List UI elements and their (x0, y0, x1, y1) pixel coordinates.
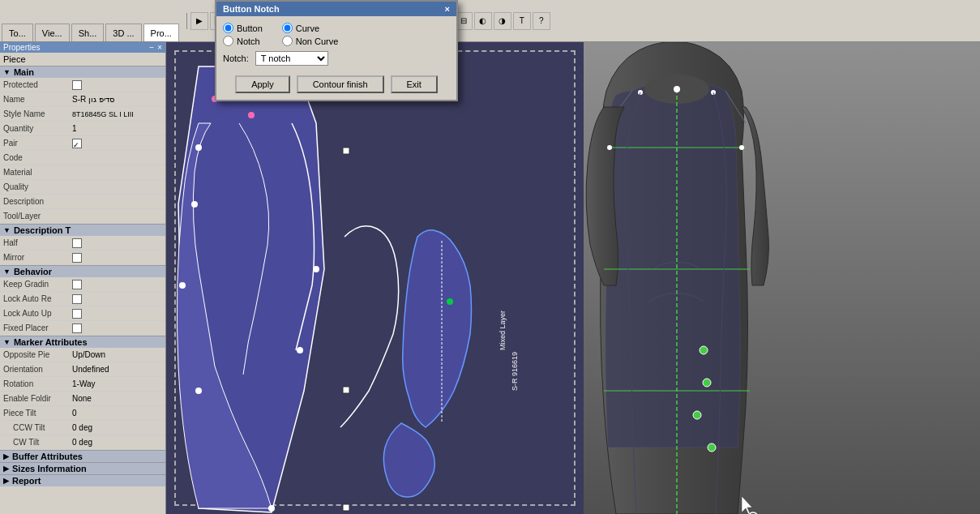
prop-label-protected: Protected (3, 80, 72, 89)
buffer-section-header[interactable]: ▶ Buffer Attributes (0, 450, 165, 462)
report-section-header[interactable]: ▶ Report (0, 474, 165, 486)
control-point-pink[interactable] (248, 112, 255, 118)
control-point[interactable] (195, 388, 202, 394)
prop-label-oppositepie: Opposite Pie (3, 350, 72, 359)
radio-curve[interactable] (282, 23, 293, 33)
exit-button[interactable]: Exit (391, 75, 438, 93)
notch-select[interactable]: T notch (255, 51, 328, 66)
prop-row-material: Material (0, 165, 165, 180)
main-canvas: Mixed Layer S-R 91 (166, 42, 980, 514)
prop-label-stylename: Style Name (3, 109, 72, 118)
marker-collapse-icon: ▼ (3, 338, 11, 346)
prop-row-lockautore: Lock Auto Re (0, 292, 165, 306)
toolbar-icon-help[interactable]: ? (533, 12, 550, 30)
pattern-svg[interactable]: Mixed Layer S-R 91 (166, 42, 584, 514)
curve-group: Curve Non Curve (282, 23, 339, 46)
sizes-section-label: Sizes Information (12, 464, 87, 473)
radio-noncurve[interactable] (282, 36, 293, 46)
report-collapse-icon: ▶ (3, 477, 9, 485)
sizes-collapse-icon: ▶ (3, 465, 9, 473)
toolbar-icon-half-left[interactable]: ◐ (474, 12, 492, 30)
contour-finish-button[interactable]: Contour finish (297, 75, 384, 93)
green-ctrl-4 (708, 443, 716, 452)
tab-to[interactable]: To... (2, 24, 33, 41)
prop-value-cwtilt: 0 deg (72, 438, 162, 447)
prop-label-enablefoldir: Enable Foldir (3, 394, 72, 403)
dialog-close-icon[interactable]: × (445, 4, 450, 14)
radio-item-button[interactable]: Button (223, 23, 263, 33)
pattern-small-piece[interactable] (383, 423, 434, 497)
back-piece-label: Mixed Layer (499, 311, 507, 350)
tab-pro[interactable]: Pro... (143, 24, 179, 41)
sizes-section-header[interactable]: ▶ Sizes Information (0, 462, 165, 474)
control-point[interactable] (191, 201, 198, 208)
corner-marker (343, 387, 349, 393)
prop-row-half: Half (0, 236, 165, 251)
dialog-body: Button Notch Curve Non Curve (216, 16, 456, 72)
descriptiont-section-label: Description T (14, 225, 71, 235)
prop-checkbox-fixedplacer[interactable] (72, 323, 82, 333)
buffer-collapse-icon: ▶ (3, 452, 9, 460)
control-point[interactable] (297, 347, 303, 353)
main-section-header[interactable]: ▼ Main (0, 66, 165, 78)
behavior-section-header[interactable]: ▼ Behavior (0, 265, 165, 277)
prop-row-enablefoldir: Enable Foldir None (0, 392, 165, 406)
prop-label-code: Code (3, 153, 72, 162)
dialog-title-bar: Button Notch × (216, 2, 456, 16)
prop-row-oppositepie: Opposite Pie Up/Down (0, 348, 165, 362)
tab-3d[interactable]: 3D ... (105, 24, 141, 41)
prop-checkbox-keepgrading[interactable] (72, 280, 82, 289)
radio-button[interactable] (223, 23, 233, 33)
corner-marker (343, 148, 349, 154)
toolbar-icon-play[interactable]: ▶ (190, 12, 208, 30)
3d-view[interactable] (584, 42, 980, 514)
piece-label: Piece (0, 53, 165, 66)
radio-item-curve[interactable]: Curve (282, 23, 339, 33)
radio-notch-label: Notch (237, 36, 260, 46)
radio-group-button-notch: Button Notch (223, 23, 263, 46)
tab-sh[interactable]: Sh... (71, 24, 105, 41)
radio-button-label: Button (237, 24, 263, 33)
behavior-section-label: Behavior (14, 267, 52, 276)
marker-section-header[interactable]: ▼ Marker Attributes (0, 336, 165, 348)
toolbar-icon-text[interactable]: T (513, 12, 531, 30)
prop-row-cwtilt: CW Tilt 0 deg (0, 435, 165, 450)
radio-item-notch[interactable]: Notch (223, 36, 263, 46)
panel-title: Properties (3, 43, 41, 52)
radio-notch[interactable] (223, 36, 233, 46)
pattern-area[interactable]: Mixed Layer S-R 91 (166, 42, 584, 514)
3d-connection-point[interactable] (447, 298, 453, 305)
prop-checkbox-protected[interactable] (72, 80, 82, 90)
apply-button[interactable]: Apply (235, 75, 290, 93)
prop-label-description: Description (3, 197, 72, 206)
prop-value-enablefoldir: None (72, 394, 162, 403)
prop-checkbox-lockautore[interactable] (72, 294, 82, 304)
toolbar: To... Vie... Sh... 3D ... Pro... ▶ ⬛ ● ✂… (0, 0, 980, 42)
corner-marker (343, 504, 349, 511)
radio-item-noncurve[interactable]: Non Curve (282, 36, 339, 46)
panel-close[interactable]: × (157, 43, 162, 52)
prop-checkbox-pair[interactable] (72, 139, 82, 148)
panel-title-bar: Properties − × (0, 42, 165, 53)
control-point[interactable] (195, 144, 202, 151)
prop-row-lockautoup: Lock Auto Up (0, 306, 165, 321)
prop-checkbox-half[interactable] (72, 238, 82, 248)
properties-panel: Properties − × Piece ▼ Main Protected Na… (0, 42, 166, 514)
prop-value-piecetilt: 0 (72, 409, 162, 418)
prop-value-rotation: 1-Way (72, 379, 162, 388)
buffer-section-label: Buffer Attributes (12, 452, 83, 461)
control-point[interactable] (268, 505, 275, 512)
prop-checkbox-mirror[interactable] (72, 253, 82, 263)
prop-value-name: S-R סדיפ גון (72, 95, 162, 104)
descriptiont-section-header[interactable]: ▼ Description T (0, 224, 165, 236)
prop-row-orientation: Orientation Undefined (0, 362, 165, 377)
prop-checkbox-lockautoup[interactable] (72, 309, 82, 319)
prop-row-pair: Pair (0, 136, 165, 151)
control-point[interactable] (313, 266, 319, 272)
toolbar-icon-half-right[interactable]: ◑ (494, 12, 511, 30)
prop-label-material: Material (3, 168, 72, 177)
control-point[interactable] (179, 282, 186, 289)
tab-vie[interactable]: Vie... (35, 24, 70, 41)
pattern-back-piece[interactable]: Mixed Layer (403, 230, 507, 427)
panel-minimize[interactable]: − (149, 43, 154, 52)
